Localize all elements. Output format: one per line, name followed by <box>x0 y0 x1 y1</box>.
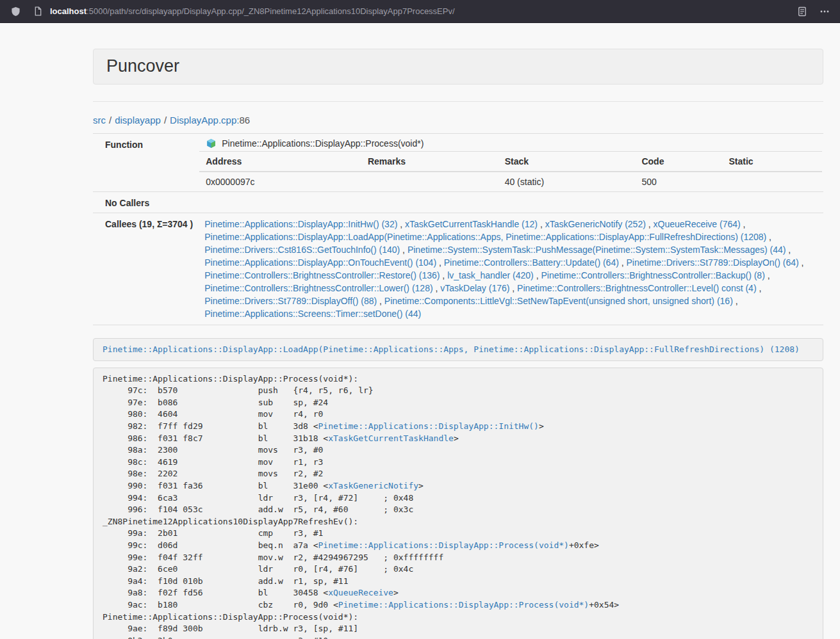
callee-link[interactable]: Pinetime::Components::LittleVgl::SetNewT… <box>384 296 733 306</box>
app-header-panel: Puncover <box>93 49 823 85</box>
page-container: Puncover src/displayapp/DisplayApp.cpp:8… <box>93 49 823 639</box>
callee-link[interactable]: lv_task_handler (420) <box>447 270 534 280</box>
column-header-address: Address <box>199 151 361 172</box>
breadcrumb-separator: / <box>109 115 111 125</box>
callee-link[interactable]: vTaskDelay (176) <box>440 283 509 293</box>
metrics-value-row: 0x0000097c 40 (static) 500 <box>199 172 822 191</box>
function-info-table: Function Pinetime::Applications::Display… <box>93 133 823 325</box>
reader-view-icon[interactable] <box>796 5 809 18</box>
function-signature-row: Pinetime::Applications::DisplayApp::Proc… <box>199 134 822 151</box>
callee-link[interactable]: Pinetime::Controllers::BrightnessControl… <box>541 270 764 280</box>
function-row-label: Function <box>93 133 198 191</box>
callee-link[interactable]: Pinetime::Applications::DisplayApp::Load… <box>204 232 766 242</box>
url-bar[interactable]: localhost:5000/path/src/displayapp/Displ… <box>31 5 786 18</box>
metrics-table: Address Remarks Stack Code Static 0x0000… <box>199 151 822 191</box>
divider <box>93 101 823 102</box>
loadapp-panel: Pinetime::Applications::DisplayApp::Load… <box>93 338 823 361</box>
page-title: Puncover <box>106 57 810 76</box>
callees-label: Callees (19, Σ=3704 ) <box>93 213 198 325</box>
function-row: Function Pinetime::Applications::Display… <box>93 133 823 191</box>
overflow-menu-icon[interactable] <box>818 5 831 18</box>
callee-link[interactable]: Pinetime::Controllers::BrightnessControl… <box>204 270 440 280</box>
code-symbol-link[interactable]: xTaskGetCurrentTaskHandle <box>328 433 454 443</box>
callee-link[interactable]: xQueueReceive (764) <box>654 219 741 229</box>
no-callers-content <box>198 191 823 213</box>
callee-link[interactable]: Pinetime::Applications::Screens::Timer::… <box>204 309 421 319</box>
code-symbol-link[interactable]: Pinetime::Applications::DisplayApp::Proc… <box>338 600 589 610</box>
callee-link[interactable]: xTaskGenericNotify (252) <box>545 219 646 229</box>
page-icon <box>31 5 44 18</box>
callees-list: Pinetime::Applications::DisplayApp::Init… <box>198 213 823 325</box>
code-symbol-link[interactable]: xTaskGenericNotify <box>328 481 418 490</box>
callees-row: Callees (19, Σ=3704 ) Pinetime::Applicat… <box>93 213 823 325</box>
column-header-code: Code <box>635 151 722 172</box>
callee-link[interactable]: Pinetime::Applications::DisplayApp::Init… <box>204 219 397 229</box>
column-header-stack: Stack <box>498 151 636 172</box>
no-callers-label: No Callers <box>93 191 198 213</box>
url-host: localhost <box>50 6 86 16</box>
cell-stack: 40 (static) <box>498 172 636 191</box>
callee-link[interactable]: Pinetime::Controllers::BrightnessControl… <box>517 283 756 293</box>
callee-link[interactable]: Pinetime::Controllers::BrightnessControl… <box>204 283 432 293</box>
no-callers-row: No Callers <box>93 191 823 213</box>
method-icon <box>206 138 217 149</box>
breadcrumb-line-number: 86 <box>239 115 250 125</box>
callee-link[interactable]: Pinetime::Applications::DisplayApp::OnTo… <box>204 257 436 268</box>
breadcrumb-link-src[interactable]: src <box>93 115 106 125</box>
cell-address: 0x0000097c <box>199 172 361 191</box>
callee-link[interactable]: Pinetime::Drivers::St7789::DisplayOff() … <box>204 296 377 306</box>
cell-code: 500 <box>635 172 722 191</box>
url-path: :5000/path/src/displayapp/DisplayApp.cpp… <box>86 6 455 16</box>
breadcrumb-separator: / <box>164 115 167 125</box>
function-name: Pinetime::Applications::DisplayApp::Proc… <box>222 138 424 149</box>
code-symbol-link[interactable]: xQueueReceive <box>328 588 393 597</box>
shield-icon[interactable] <box>9 5 22 18</box>
disassembly-code: Pinetime::Applications::DisplayApp::Proc… <box>93 368 823 639</box>
breadcrumb-link-file[interactable]: DisplayApp.cpp: <box>170 115 239 125</box>
breadcrumb: src/displayapp/DisplayApp.cpp:86 <box>93 115 823 125</box>
code-symbol-link[interactable]: Pinetime::Applications::DisplayApp::Proc… <box>318 540 569 550</box>
cell-remarks <box>361 172 498 191</box>
callee-link[interactable]: Pinetime::Drivers::Cst816S::GetTouchInfo… <box>204 245 400 255</box>
loadapp-link[interactable]: Pinetime::Applications::DisplayApp::Load… <box>103 344 800 354</box>
function-row-content: Pinetime::Applications::DisplayApp::Proc… <box>198 133 823 191</box>
browser-toolbar: localhost:5000/path/src/displayapp/Displ… <box>0 0 840 23</box>
metrics-header-row: Address Remarks Stack Code Static <box>199 151 822 172</box>
code-symbol-link[interactable]: Pinetime::Applications::DisplayApp::Init… <box>318 421 539 431</box>
cell-static <box>722 172 822 191</box>
callee-link[interactable]: Pinetime::Drivers::St7789::DisplayOn() (… <box>627 257 799 268</box>
column-header-static: Static <box>722 151 822 172</box>
url-text: localhost:5000/path/src/displayapp/Displ… <box>50 6 455 16</box>
callee-link[interactable]: xTaskGetCurrentTaskHandle (12) <box>405 219 538 229</box>
column-header-remarks: Remarks <box>361 151 498 172</box>
callee-link[interactable]: Pinetime::Controllers::Battery::Update()… <box>444 257 619 268</box>
callee-link[interactable]: Pinetime::System::SystemTask::PushMessag… <box>408 245 786 255</box>
breadcrumb-link-displayapp[interactable]: displayapp <box>115 115 161 125</box>
